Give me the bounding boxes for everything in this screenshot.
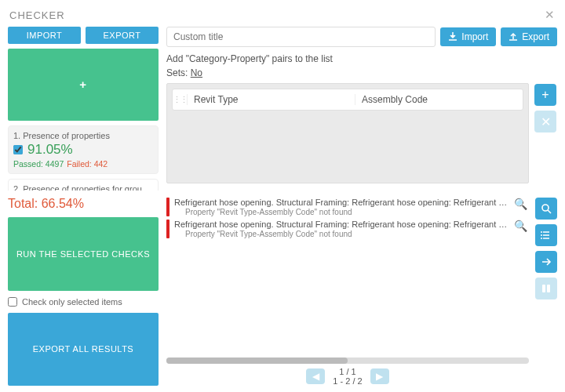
chevron-left-icon: ◀ xyxy=(312,371,319,382)
export-all-button[interactable]: EXPORT ALL RESULTS xyxy=(8,313,159,387)
sets-value[interactable]: No xyxy=(191,67,202,78)
check-percent: 91.05% xyxy=(27,142,73,158)
search-button[interactable] xyxy=(535,198,557,220)
result-detail: Property "Revit Type-Assembly Code" not … xyxy=(174,208,508,216)
check-only-label: Check only selected items xyxy=(22,297,122,307)
horizontal-scrollbar[interactable] xyxy=(166,358,529,364)
plus-icon: + xyxy=(541,88,549,102)
import-button[interactable]: IMPORT xyxy=(8,27,81,44)
x-icon: ✕ xyxy=(541,114,551,129)
svg-point-0 xyxy=(542,205,549,211)
page-indicator: 1 / 1 xyxy=(333,367,362,376)
error-bar-icon xyxy=(166,198,170,216)
result-title: Refrigerant hose opening. Structural Fra… xyxy=(174,198,508,207)
error-bar-icon xyxy=(166,220,170,238)
panel-import-button[interactable]: Import xyxy=(440,27,496,46)
arrow-right-icon xyxy=(541,256,552,267)
check-card[interactable]: 2. Presence of properties for grou 100.0… xyxy=(8,179,159,191)
export-button[interactable]: EXPORT xyxy=(86,27,159,44)
prev-page-button[interactable]: ◀ xyxy=(306,368,325,384)
svg-rect-5 xyxy=(547,285,550,292)
check-title: 1. Presence of properties xyxy=(13,131,151,140)
list-button[interactable] xyxy=(535,224,557,246)
check-failed: Failed: 442 xyxy=(67,159,108,169)
total-label: Total: 66.54% xyxy=(8,195,159,212)
pairs-grid: ⋮⋮ Revit Type Assembly Code + ✕ xyxy=(166,83,529,183)
grid-cell-category[interactable]: Revit Type xyxy=(187,94,355,105)
list-icon xyxy=(541,230,552,241)
upload-icon xyxy=(508,32,518,42)
zoom-icon[interactable]: 🔍 xyxy=(512,198,529,210)
columns-icon xyxy=(541,283,552,294)
grid-cell-property[interactable]: Assembly Code xyxy=(355,94,523,105)
svg-rect-4 xyxy=(542,285,545,292)
svg-point-1 xyxy=(541,231,542,233)
result-title: Refrigerant hose opening. Structural Fra… xyxy=(174,220,508,229)
custom-title-input[interactable] xyxy=(166,27,436,47)
svg-point-2 xyxy=(541,234,542,236)
checks-list: 1. Presence of properties 91.05% Passed:… xyxy=(8,125,159,191)
add-row-button[interactable]: + xyxy=(534,84,556,106)
download-icon xyxy=(448,32,457,42)
result-detail: Property "Revit Type-Assembly Code" not … xyxy=(174,230,508,238)
result-item[interactable]: Refrigerant hose opening. Structural Fra… xyxy=(166,198,529,216)
hint-text: Add "Category-Property" pairs to the lis… xyxy=(166,53,529,64)
zoom-icon[interactable]: 🔍 xyxy=(512,220,529,232)
check-checkbox[interactable] xyxy=(13,145,23,154)
range-indicator: 1 - 2 / 2 xyxy=(333,376,362,386)
extra-button xyxy=(535,278,557,299)
scrollbar-thumb[interactable] xyxy=(166,358,348,364)
sets-label: Sets: No xyxy=(166,67,529,78)
drag-handle-icon[interactable]: ⋮⋮ xyxy=(173,95,187,105)
close-icon[interactable]: ✕ xyxy=(545,8,556,22)
check-card[interactable]: 1. Presence of properties 91.05% Passed:… xyxy=(8,125,159,174)
check-passed: Passed: 4497 xyxy=(13,159,64,169)
next-page-button[interactable]: ▶ xyxy=(370,368,389,384)
chevron-right-icon: ▶ xyxy=(376,371,383,382)
panel-export-button[interactable]: Export xyxy=(501,27,557,46)
check-only-checkbox[interactable] xyxy=(8,297,17,307)
pager: ◀ 1 / 1 1 - 2 / 2 ▶ xyxy=(166,367,529,386)
run-checks-button[interactable]: RUN THE SELECTED CHECKS xyxy=(8,217,159,291)
delete-row-button: ✕ xyxy=(534,111,556,132)
grid-row[interactable]: ⋮⋮ Revit Type Assembly Code xyxy=(172,89,523,111)
window-title: CHECKER xyxy=(9,9,65,21)
check-only-selected[interactable]: Check only selected items xyxy=(8,296,159,308)
search-icon xyxy=(541,203,552,214)
result-item[interactable]: Refrigerant hose opening. Structural Fra… xyxy=(166,220,529,238)
svg-point-3 xyxy=(541,238,542,239)
check-title: 2. Presence of properties for grou xyxy=(13,184,151,191)
add-check-button[interactable]: + xyxy=(8,49,159,121)
results-list: Refrigerant hose opening. Structural Fra… xyxy=(166,198,529,238)
go-button[interactable] xyxy=(535,251,557,273)
